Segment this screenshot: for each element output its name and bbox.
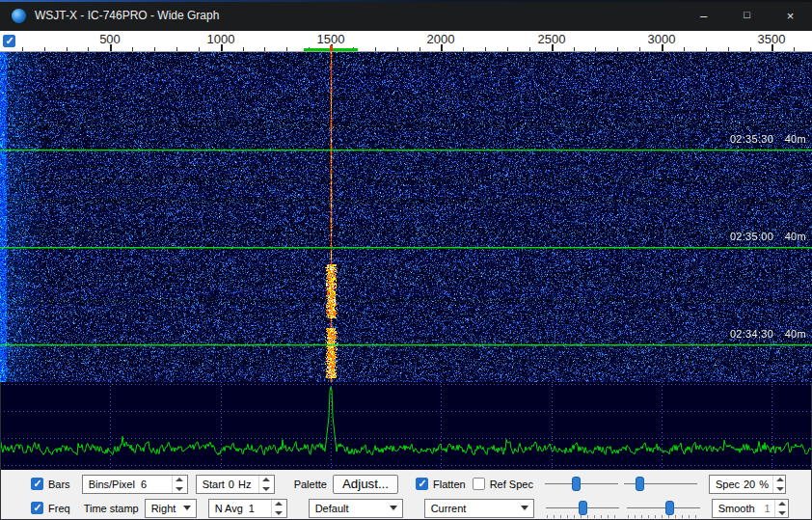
ref-spec-checkbox-label: Ref Spec xyxy=(490,479,533,490)
window-controls: – □ × xyxy=(682,0,812,31)
ruler-tick xyxy=(132,47,133,51)
start-freq-value: 0 xyxy=(229,479,234,490)
slider-track[interactable] xyxy=(627,507,700,508)
adjust-palette-button[interactable]: Adjust... xyxy=(333,475,398,494)
bars-checkbox-label: Bars xyxy=(48,479,70,490)
spectrum[interactable] xyxy=(0,382,812,470)
ruler-tick xyxy=(794,47,795,51)
ruler-tick xyxy=(397,47,398,51)
palette-dropdown[interactable]: Default xyxy=(309,499,403,518)
timestamp-position-dropdown[interactable]: Right xyxy=(145,499,197,518)
ruler-tick xyxy=(617,47,618,51)
close-button[interactable]: × xyxy=(769,0,812,31)
ruler-tick xyxy=(463,47,464,51)
waterfall-timestamp: 02:35:00 40m xyxy=(730,231,806,242)
ruler-tick xyxy=(67,47,68,51)
waterfall-gain-slider[interactable] xyxy=(545,475,618,494)
chevron-down-icon xyxy=(390,506,397,510)
waterfall-zero-slider[interactable] xyxy=(624,475,697,494)
spectrum-gain-slider[interactable] xyxy=(546,499,619,518)
spinner-arrows xyxy=(258,476,274,493)
spec-suffix: % xyxy=(759,479,769,490)
maximize-icon: □ xyxy=(744,9,750,20)
slider-handle[interactable] xyxy=(665,501,674,515)
spin-up-icon[interactable] xyxy=(259,476,274,484)
minimize-icon: – xyxy=(700,9,707,23)
spin-down-icon[interactable] xyxy=(773,484,785,493)
ruler-number: 500 xyxy=(86,32,134,46)
waterfall-timestamp: 02:35:30 40m xyxy=(730,133,806,145)
slider-handle[interactable] xyxy=(579,501,587,515)
ruler-tick xyxy=(485,47,486,51)
close-icon: × xyxy=(787,9,795,23)
spin-up-icon[interactable] xyxy=(173,476,187,484)
start-freq-label: Start xyxy=(203,479,225,490)
waterfall-timestamp: 02:34:30 40m xyxy=(730,328,806,340)
ruler-tick xyxy=(420,47,420,51)
flatten-checkbox[interactable]: Flatten xyxy=(416,478,466,490)
spectrum-canvas[interactable] xyxy=(0,382,812,470)
smooth-label: Smooth xyxy=(718,503,755,514)
minimize-button[interactable]: – xyxy=(682,0,725,31)
slider-handle[interactable] xyxy=(572,477,581,491)
ruler-tick xyxy=(375,47,376,51)
ruler-number: 1500 xyxy=(307,32,355,46)
spin-up-icon[interactable] xyxy=(775,500,788,508)
spectrum-mode-dropdown[interactable]: Current xyxy=(424,499,534,518)
spin-up-icon[interactable] xyxy=(272,500,286,508)
ruler-tick xyxy=(286,47,287,51)
spec-percent-spinbox[interactable]: Spec 20 % xyxy=(709,475,786,494)
slider-track[interactable] xyxy=(545,483,618,484)
ruler-tick xyxy=(728,47,729,51)
spec-value: 20 xyxy=(744,479,755,490)
spectrum-zero-slider[interactable] xyxy=(627,499,700,518)
spinner-arrows xyxy=(774,500,788,517)
ruler-tick xyxy=(44,47,45,51)
chevron-down-icon xyxy=(183,506,191,510)
ruler-number: 2500 xyxy=(528,32,576,46)
ref-spec-checkbox[interactable]: Ref Spec xyxy=(473,478,533,490)
ruler-tick xyxy=(595,47,596,51)
ruler-tick xyxy=(22,47,23,51)
ruler-number: 2000 xyxy=(417,32,465,46)
ref-spec-checkbox-box xyxy=(473,478,485,490)
n-avg-value: 1 xyxy=(249,503,255,514)
spinner-arrows xyxy=(271,500,286,517)
spectrum-mode-value: Current xyxy=(431,503,467,514)
ruler-tick xyxy=(243,47,244,51)
maximize-button[interactable]: □ xyxy=(725,0,769,31)
wide-graph-window: WSJT-X - IC-746PRO - Wide Graph – □ × 50… xyxy=(0,0,812,520)
ruler-tick xyxy=(574,47,575,51)
start-freq-spinbox[interactable]: Start 0 Hz xyxy=(196,475,275,494)
spin-down-icon[interactable] xyxy=(173,484,187,493)
palette-label: Palette xyxy=(294,479,327,490)
timestamp-position-value: Right xyxy=(151,503,176,514)
smooth-spinbox[interactable]: Smooth 1 xyxy=(712,499,789,518)
spec-label: Spec xyxy=(716,479,740,490)
ruler-tick xyxy=(684,47,685,51)
spin-down-icon[interactable] xyxy=(775,508,788,517)
ruler-number: 3500 xyxy=(747,32,796,46)
bins-per-pixel-spinbox[interactable]: Bins/Pixel 6 xyxy=(82,475,188,494)
controls-row-2: Freq Time stamp Right N Avg 1 Default xyxy=(0,497,812,519)
spin-up-icon[interactable] xyxy=(773,476,785,484)
spinner-arrows xyxy=(172,476,187,493)
ruler-number: 1000 xyxy=(197,32,245,46)
n-avg-spinbox[interactable]: N Avg 1 xyxy=(208,499,287,518)
spin-down-icon[interactable] xyxy=(259,484,274,493)
freq-checkbox[interactable]: Freq xyxy=(31,502,70,514)
bars-checkbox-box xyxy=(31,478,43,490)
smooth-value: 1 xyxy=(765,503,771,514)
waterfall[interactable]: 02:35:30 40m02:35:00 40m02:34:30 40m xyxy=(0,52,812,382)
slider-handle[interactable] xyxy=(636,477,644,491)
waterfall-canvas[interactable] xyxy=(0,52,812,382)
bars-checkbox[interactable]: Bars xyxy=(31,478,70,490)
chevron-down-icon xyxy=(521,506,528,510)
ruler-checkbox[interactable] xyxy=(3,35,15,47)
start-freq-suffix: Hz xyxy=(238,479,251,490)
ruler-tick xyxy=(706,47,707,51)
spin-down-icon[interactable] xyxy=(272,508,286,517)
controls-panel: Bars Bins/Pixel 6 Start 0 Hz xyxy=(0,470,812,520)
frequency-ruler[interactable]: 500100015002000250030003500 xyxy=(0,31,812,52)
bins-per-pixel-label: Bins/Pixel xyxy=(89,479,135,490)
